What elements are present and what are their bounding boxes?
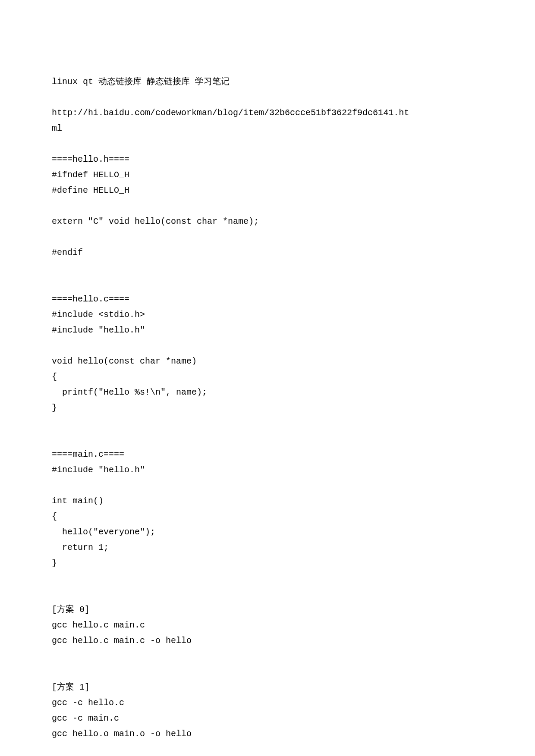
document-line: } [52,400,483,416]
document-line: gcc hello.c main.c -o hello [52,633,483,649]
document-line [52,276,483,292]
document-line [52,90,483,105]
document-line [52,260,483,276]
document-line [52,198,483,214]
document-line: ====hello.h==== [52,152,483,167]
document-line: { [52,369,483,385]
document-line: printf("Hello %s!\n", name); [52,385,483,400]
document-line: gcc -c main.c [52,711,483,726]
document-line [52,338,483,354]
document-line: #define HELLO_H [52,183,483,198]
document-content: linux qt 动态链接库 静态链接库 学习笔记 http://hi.baid… [52,74,483,742]
document-line [52,649,483,664]
document-line: hello("everyone"); [52,524,483,540]
document-line: #include <stdio.h> [52,307,483,323]
document-line [52,478,483,493]
document-line [52,416,483,431]
document-line: } [52,555,483,571]
document-line: linux qt 动态链接库 静态链接库 学习笔记 [52,74,483,90]
document-line: int main() [52,493,483,509]
document-line [52,431,483,447]
document-line [52,229,483,245]
document-line: http://hi.baidu.com/codeworkman/blog/ite… [52,105,483,121]
document-line: extern "C" void hello(const char *name); [52,214,483,229]
document-line: #include "hello.h" [52,462,483,478]
document-line: return 1; [52,540,483,555]
document-line: { [52,509,483,524]
document-line: #include "hello.h" [52,323,483,338]
document-line: #ifndef HELLO_H [52,167,483,183]
document-line: gcc hello.c main.c [52,618,483,633]
document-line [52,571,483,587]
document-line: ====main.c==== [52,447,483,462]
document-line: gcc -c hello.c [52,695,483,711]
document-line [52,587,483,602]
document-line: #endif [52,245,483,260]
document-line: [方案 1] [52,680,483,695]
document-line: void hello(const char *name) [52,354,483,369]
document-line: gcc hello.o main.o -o hello [52,726,483,742]
document-line [52,136,483,152]
document-line: [方案 0] [52,602,483,618]
document-line [52,664,483,680]
document-line: ml [52,121,483,136]
document-line: ====hello.c==== [52,292,483,307]
